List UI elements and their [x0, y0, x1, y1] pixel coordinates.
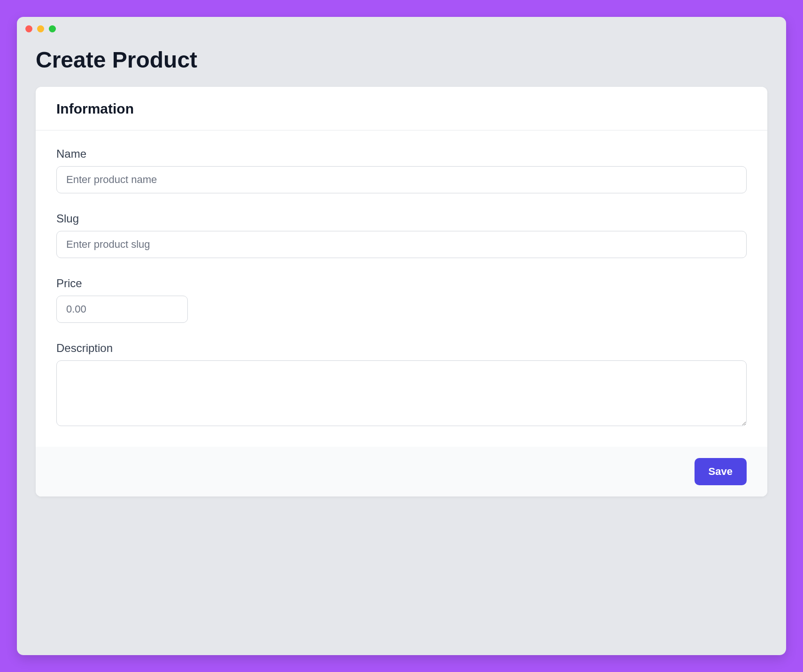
form-group-name: Name [56, 147, 747, 193]
description-textarea[interactable] [56, 360, 747, 426]
price-input[interactable] [56, 296, 188, 323]
window-minimize-icon[interactable] [37, 25, 44, 32]
slug-input[interactable] [56, 231, 747, 258]
slug-label: Slug [56, 212, 747, 225]
window-close-icon[interactable] [25, 25, 32, 32]
product-form-card: Information Name Slug Price Description … [36, 87, 767, 496]
form-group-description: Description [56, 342, 747, 426]
form-group-price: Price [56, 277, 747, 323]
save-button[interactable]: Save [695, 458, 747, 485]
window-titlebar [17, 17, 786, 33]
card-header: Information [36, 87, 767, 130]
name-label: Name [56, 147, 747, 160]
page-title: Create Product [17, 33, 786, 87]
card-header-title: Information [56, 101, 747, 117]
card-footer: Save [36, 447, 767, 496]
description-label: Description [56, 342, 747, 355]
app-window: Create Product Information Name Slug Pri… [17, 17, 786, 655]
form-group-slug: Slug [56, 212, 747, 258]
name-input[interactable] [56, 166, 747, 193]
window-maximize-icon[interactable] [49, 25, 56, 32]
card-body: Name Slug Price Description [36, 130, 767, 447]
price-label: Price [56, 277, 747, 290]
